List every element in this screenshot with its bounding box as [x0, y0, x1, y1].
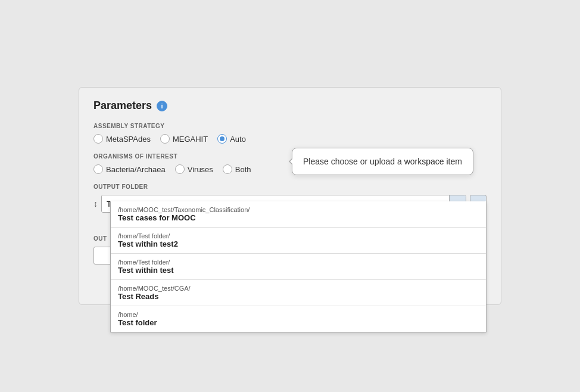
- folder-dropdown-list: /home/MOOC_test/Taxonomic_Classification…: [110, 201, 487, 332]
- tooltip-text: Please choose or upload a workspace item: [303, 157, 462, 166]
- assembly-strategy-label: ASSEMBLY STRATEGY: [93, 123, 487, 129]
- dropdown-item-2[interactable]: /home/Test folder/ Test within test: [111, 254, 486, 280]
- dropdown-item-name-4: Test folder: [118, 318, 479, 327]
- dropdown-item-0[interactable]: /home/MOOC_test/Taxonomic_Classification…: [111, 201, 486, 228]
- assembly-strategy-group: MetaSPAdes MEGAHIT Auto: [93, 134, 487, 144]
- dropdown-item-path-3: /home/MOOC_test/CGA/: [118, 285, 479, 292]
- sort-icon[interactable]: ↕: [93, 199, 98, 209]
- radio-both[interactable]: Both: [223, 164, 251, 174]
- radio-viruses[interactable]: Viruses: [175, 164, 213, 174]
- output-folder-section: OUTPUT FOLDER ↕ ▼ ↑ /home/MOOC_test/Taxo…: [93, 183, 487, 213]
- dropdown-item-name-3: Test Reads: [118, 292, 479, 301]
- panel-title: Parameters i: [93, 99, 487, 112]
- dropdown-item-4[interactable]: /home/ Test folder: [111, 306, 486, 332]
- radio-circle-metaspades: [93, 134, 103, 144]
- radio-label-bacteria: Bacteria/Archaea: [106, 165, 166, 174]
- radio-label-megahit: MEGAHIT: [173, 135, 208, 144]
- radio-label-viruses: Viruses: [188, 165, 213, 174]
- parameters-panel: Parameters i ASSEMBLY STRATEGY MetaSPAde…: [79, 87, 501, 305]
- info-icon[interactable]: i: [157, 101, 167, 111]
- dropdown-item-3[interactable]: /home/MOOC_test/CGA/ Test Reads: [111, 280, 486, 306]
- radio-auto[interactable]: Auto: [217, 134, 246, 144]
- dropdown-item-1[interactable]: /home/Test folder/ Test within test2: [111, 228, 486, 254]
- dropdown-item-path-0: /home/MOOC_test/Taxonomic_Classification…: [118, 206, 479, 213]
- dropdown-item-path-4: /home/: [118, 311, 479, 318]
- panel-title-text: Parameters: [93, 99, 152, 112]
- dropdown-item-name-0: Test cases for MOOC: [118, 213, 479, 222]
- radio-bacteria[interactable]: Bacteria/Archaea: [93, 164, 166, 174]
- radio-circle-auto: [217, 134, 227, 144]
- radio-megahit[interactable]: MEGAHIT: [160, 134, 208, 144]
- dropdown-item-path-1: /home/Test folder/: [118, 232, 479, 239]
- output-folder-label: OUTPUT FOLDER: [93, 183, 487, 190]
- dropdown-item-name-2: Test within test: [118, 266, 479, 275]
- radio-circle-bacteria: [93, 164, 103, 174]
- radio-circle-megahit: [160, 134, 170, 144]
- dropdown-item-name-1: Test within test2: [118, 239, 479, 248]
- radio-label-both: Both: [235, 165, 251, 174]
- radio-metaspades[interactable]: MetaSPAdes: [93, 134, 151, 144]
- radio-circle-both: [223, 164, 232, 174]
- radio-label-auto: Auto: [230, 135, 246, 144]
- radio-circle-viruses: [175, 164, 185, 174]
- radio-label-metaspades: MetaSPAdes: [106, 135, 151, 144]
- tooltip-bubble: Please choose or upload a workspace item: [292, 148, 473, 175]
- dropdown-item-path-2: /home/Test folder/: [118, 259, 479, 266]
